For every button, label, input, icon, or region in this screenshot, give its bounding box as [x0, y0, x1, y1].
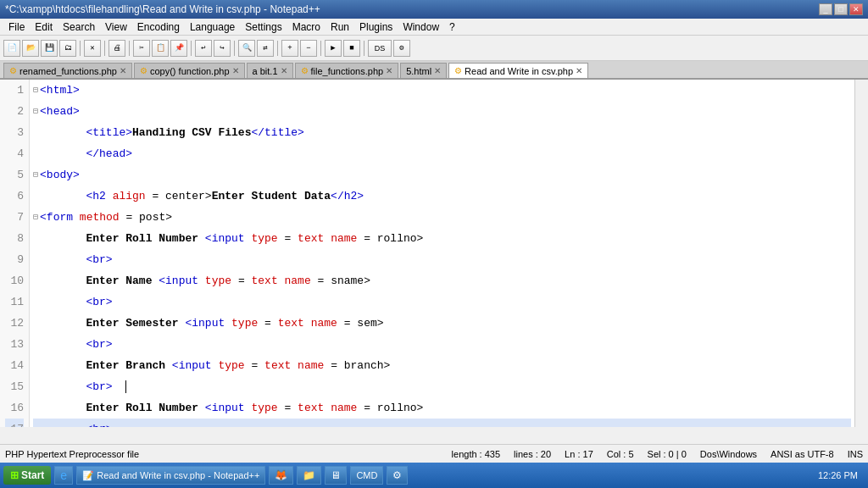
- copy-button[interactable]: 📋: [152, 40, 169, 57]
- paste-button[interactable]: 📌: [170, 40, 187, 57]
- close-button[interactable]: ✕: [849, 3, 863, 15]
- code-line-1: ⊟<html>: [33, 80, 851, 101]
- extra-button[interactable]: ⚙: [393, 40, 410, 57]
- menu-file[interactable]: File: [3, 21, 30, 33]
- menu-run[interactable]: Run: [326, 21, 354, 33]
- separator-5: [234, 41, 235, 56]
- menu-settings[interactable]: Settings: [240, 21, 287, 33]
- code-line-7: ⊟<form method = post>: [33, 207, 851, 228]
- redo-button[interactable]: ↪: [214, 40, 231, 57]
- stop-button[interactable]: ■: [343, 40, 360, 57]
- menu-plugins[interactable]: Plugins: [354, 21, 398, 33]
- code-line-3: <title>Handling CSV Files</title>: [33, 122, 851, 143]
- code-line-4: </head>: [33, 143, 851, 164]
- line-num-6: 6: [5, 186, 24, 207]
- tab-close-6[interactable]: ✕: [576, 66, 582, 75]
- save-button[interactable]: 💾: [41, 40, 58, 57]
- menu-view[interactable]: View: [100, 21, 132, 33]
- tab-close-2[interactable]: ✕: [232, 66, 239, 75]
- editor[interactable]: 1 2 3 4 5 6 7 8 9 10 11 12 13 14 15 16 1…: [0, 80, 868, 427]
- code-line-12: Enter Semester <input type = text name =…: [33, 313, 851, 334]
- vertical-scrollbar[interactable]: [854, 80, 868, 427]
- line-num-17: 17: [5, 419, 24, 427]
- code-line-6: <h2 align = center>Enter Student Data</h…: [33, 186, 851, 207]
- code-line-14: Enter Branch <input type = text name = b…: [33, 355, 851, 376]
- fold-1[interactable]: ⊟: [33, 80, 38, 101]
- tab-bar: ⚙ renamed_functions.php ✕ ⚙ copy() funct…: [0, 61, 868, 80]
- tab-close-1[interactable]: ✕: [120, 66, 126, 75]
- line-num-14: 14: [5, 355, 24, 376]
- menu-bar: File Edit Search View Encoding Language …: [0, 19, 868, 36]
- separator-1: [80, 41, 81, 56]
- separator-7: [320, 41, 321, 56]
- tab-csv[interactable]: ⚙ Read and Write in csv.php ✕: [448, 63, 588, 78]
- menu-window[interactable]: Window: [398, 21, 444, 33]
- code-line-10: Enter Name <input type = text name = sna…: [33, 270, 851, 291]
- line-num-10: 10: [5, 270, 24, 291]
- minimize-button[interactable]: _: [819, 3, 832, 15]
- code-line-11: <br>: [33, 291, 851, 313]
- cut-button[interactable]: ✂: [133, 40, 150, 57]
- toolbar: 📄 📂 💾 🗂 ✕ 🖨 ✂ 📋 📌 ↩ ↪ 🔍 ⇄ + − ▶ ■ DS ⚙: [0, 36, 868, 61]
- tab-file-functions[interactable]: ⚙ file_functions.php ✕: [295, 63, 399, 78]
- run-button[interactable]: ▶: [325, 40, 342, 57]
- save-all-button[interactable]: 🗂: [59, 40, 76, 57]
- open-button[interactable]: 📂: [22, 40, 39, 57]
- close-button-tb[interactable]: ✕: [84, 40, 101, 57]
- replace-button[interactable]: ⇄: [257, 40, 274, 57]
- code-line-5: ⊟<body>: [33, 164, 851, 186]
- menu-help[interactable]: ?: [444, 21, 460, 33]
- separator-6: [277, 41, 278, 56]
- line-num-15: 15: [5, 376, 24, 397]
- line-num-3: 3: [5, 122, 24, 143]
- zoom-out-button[interactable]: −: [300, 40, 317, 57]
- title-bar: *C:\xampp\htdocs\filehandling\Read and W…: [0, 0, 868, 19]
- tab-5-html[interactable]: 5.html ✕: [400, 63, 447, 78]
- separator-4: [191, 41, 192, 56]
- maximize-button[interactable]: □: [834, 3, 848, 15]
- find-button[interactable]: 🔍: [238, 40, 255, 57]
- code-line-13: <br>: [33, 334, 851, 355]
- code-line-16: Enter Roll Number <input type = text nam…: [33, 397, 851, 419]
- tab-a-bit[interactable]: a bit.1 ✕: [247, 63, 293, 78]
- line-num-4: 4: [5, 143, 24, 164]
- zoom-in-button[interactable]: +: [281, 40, 298, 57]
- menu-language[interactable]: Language: [185, 21, 240, 33]
- undo-button[interactable]: ↩: [195, 40, 212, 57]
- line-num-9: 9: [5, 249, 24, 270]
- line-num-12: 12: [5, 313, 24, 334]
- line-num-11: 11: [5, 291, 24, 313]
- menu-search[interactable]: Search: [58, 21, 100, 33]
- line-num-8: 8: [5, 228, 24, 249]
- menu-encoding[interactable]: Encoding: [132, 21, 185, 33]
- code-line-2: ⊟<head>: [33, 101, 851, 122]
- ds-button[interactable]: DS: [368, 40, 392, 57]
- code-line-9: <br>: [33, 249, 851, 270]
- window-controls[interactable]: _ □ ✕: [819, 3, 863, 15]
- line-num-7: 7: [5, 207, 24, 228]
- line-numbers: 1 2 3 4 5 6 7 8 9 10 11 12 13 14 15 16 1…: [0, 80, 30, 427]
- line-num-1: 1: [5, 80, 24, 101]
- menu-macro[interactable]: Macro: [287, 21, 326, 33]
- line-num-5: 5: [5, 164, 24, 186]
- separator-2: [104, 41, 105, 56]
- line-num-16: 16: [5, 397, 24, 419]
- title-text: *C:\xampp\htdocs\filehandling\Read and W…: [5, 3, 320, 15]
- code-line-17: <br>: [33, 419, 851, 427]
- separator-8: [364, 41, 364, 56]
- code-line-8: Enter Roll Number <input type = text nam…: [33, 228, 851, 249]
- tab-close-4[interactable]: ✕: [386, 66, 392, 75]
- tab-renamed-functions[interactable]: ⚙ renamed_functions.php ✕: [3, 63, 132, 78]
- code-area[interactable]: ⊟<html> ⊟<head> <title>Handling CSV File…: [30, 80, 854, 427]
- tab-close-3[interactable]: ✕: [281, 66, 287, 75]
- new-button[interactable]: 📄: [3, 40, 20, 57]
- menu-edit[interactable]: Edit: [30, 21, 58, 33]
- line-num-13: 13: [5, 334, 24, 355]
- print-button[interactable]: 🖨: [108, 40, 125, 57]
- tab-close-5[interactable]: ✕: [434, 66, 441, 75]
- line-num-2: 2: [5, 101, 24, 122]
- separator-3: [129, 41, 130, 56]
- code-line-15: <br>: [33, 376, 851, 397]
- tab-copy-function[interactable]: ⚙ copy() function.php ✕: [134, 63, 245, 78]
